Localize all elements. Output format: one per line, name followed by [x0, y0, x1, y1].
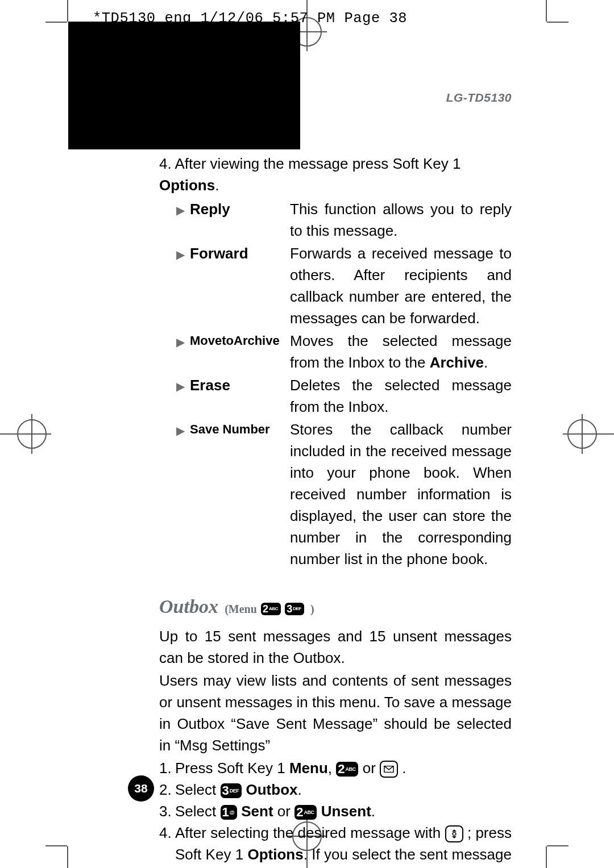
option-row: ▶Save NumberStores the callback number i… — [176, 419, 512, 570]
svg-point-0 — [453, 833, 456, 836]
step4-suffix: . — [215, 177, 219, 194]
step-3-sent-word: Sent — [241, 803, 273, 820]
crop-mark — [547, 22, 569, 23]
body-text: 4. After viewing the message press Soft … — [159, 153, 512, 868]
page-number-badge: 38 — [128, 775, 154, 802]
step-2-num: 2. — [159, 779, 175, 800]
step-1-a: Press Soft Key 1 — [175, 760, 289, 777]
phone-key-icon: 2ABC — [336, 762, 358, 777]
step-1-menu-word: Menu — [289, 760, 328, 777]
step4-prefix: 4. After viewing the message press Soft … — [159, 155, 460, 172]
step-4-text: After selecting the desired message with… — [175, 822, 512, 868]
step-2: 2. Select 3DEF Outbox. — [159, 779, 512, 800]
triangle-bullet-icon: ▶ — [176, 198, 190, 241]
step4-intro: 4. After viewing the message press Soft … — [159, 153, 512, 196]
message-key-icon — [380, 761, 398, 778]
option-desc-text: Deletes the selected message from the In… — [290, 377, 512, 415]
triangle-bullet-icon: ▶ — [176, 419, 190, 570]
outbox-steps: 1. Press Soft Key 1 Menu, 2ABC or . 2. S… — [159, 757, 512, 868]
step-3-e: . — [371, 803, 375, 820]
option-desc-bold: Archive — [430, 354, 484, 371]
step-1-b: , — [328, 760, 336, 777]
step-2-a: Select — [175, 781, 221, 798]
step-3: 3. Select 1@ Sent or 2ABC Unsent. — [159, 800, 512, 822]
triangle-bullet-icon: ▶ — [176, 243, 190, 329]
heading-title: Outbox — [159, 596, 218, 617]
step-4-options-word: Options — [248, 846, 304, 863]
option-description: Moves the selected message from the Inbo… — [290, 330, 512, 373]
option-label: Forward — [190, 243, 290, 329]
options-table: ▶ReplyThis function allows you to reply … — [176, 198, 512, 570]
step-4-c: . If you select the sent message — [304, 846, 512, 863]
page-content: LG-TD5130 4. After viewing the message p… — [159, 91, 512, 868]
step-2-outbox-word: Outbox — [246, 781, 297, 798]
step-4-a: After selecting the desired message with — [175, 824, 445, 841]
nav-key-icon — [445, 825, 463, 842]
step-4: 4. After selecting the desired message w… — [159, 822, 512, 868]
model-label: LG-TD5130 — [159, 91, 512, 105]
reg-mark-right-h — [563, 433, 603, 435]
step-3-a: Select — [175, 803, 221, 820]
step-1-num: 1. — [159, 757, 175, 779]
phone-key-icon: 2ABC — [294, 805, 317, 820]
step-3-c: or — [273, 803, 295, 820]
reg-mark-left-h — [11, 433, 51, 435]
step4-options-word: Options — [159, 177, 215, 194]
step-1: 1. Press Soft Key 1 Menu, 2ABC or . — [159, 757, 512, 779]
option-desc-text: This function allows you to reply to thi… — [290, 201, 512, 239]
crop-mark — [546, 0, 547, 22]
triangle-bullet-icon: ▶ — [176, 330, 190, 373]
option-label: Reply — [190, 198, 290, 241]
option-desc-text: Stores the callback number included in t… — [290, 421, 512, 567]
heading-close-paren: ) — [310, 603, 314, 615]
phone-key-icon: 3DEF — [285, 603, 304, 615]
option-description: This function allows you to reply to thi… — [290, 198, 512, 241]
crop-mark — [547, 845, 569, 846]
crop-mark — [67, 846, 68, 868]
option-row: ▶ReplyThis function allows you to reply … — [176, 198, 512, 241]
option-desc-text: Forwards a received message to others. A… — [290, 245, 512, 327]
option-description: Stores the callback number included in t… — [290, 419, 512, 570]
option-description: Forwards a received message to others. A… — [290, 243, 512, 329]
step-3-unsent-word: Unsent — [321, 803, 371, 820]
heading-menu-word: (Menu — [225, 603, 257, 615]
phone-key-icon: 1@ — [221, 805, 238, 820]
option-label: MovetoArchive — [190, 330, 290, 373]
step-1-text: Press Soft Key 1 Menu, 2ABC or . — [175, 757, 512, 779]
option-label: Erase — [190, 374, 290, 418]
step-4-num: 4. — [159, 822, 175, 868]
step-2-text: Select 3DEF Outbox. — [175, 779, 512, 800]
phone-key-icon: 3DEF — [221, 783, 242, 798]
option-row: ▶MovetoArchiveMoves the selected message… — [176, 330, 512, 373]
option-description: Deletes the selected message from the In… — [290, 374, 512, 418]
option-desc-text: . — [484, 354, 488, 371]
outbox-heading: Outbox (Menu 2ABC 3DEF ) — [159, 596, 512, 620]
step-3-text: Select 1@ Sent or 2ABC Unsent. — [175, 800, 512, 822]
step-1-d: . — [398, 760, 406, 777]
crop-mark — [45, 22, 67, 23]
triangle-bullet-icon: ▶ — [176, 374, 190, 418]
outbox-paragraph-2: Users may view lists and contents of sen… — [159, 670, 512, 756]
crop-mark — [546, 846, 547, 868]
option-row: ▶EraseDeletes the selected message from … — [176, 374, 512, 418]
step-1-c: or — [358, 760, 380, 777]
option-row: ▶ForwardForwards a received message to o… — [176, 243, 512, 329]
crop-mark — [45, 845, 67, 846]
step-3-d — [317, 803, 321, 820]
outbox-paragraph-1: Up to 15 sent messages and 15 unsent mes… — [159, 625, 512, 669]
step-2-c: . — [297, 781, 301, 798]
phone-key-icon: 2ABC — [261, 603, 281, 615]
step-3-num: 3. — [159, 800, 175, 822]
option-label: Save Number — [190, 419, 290, 570]
crop-mark — [67, 0, 68, 22]
